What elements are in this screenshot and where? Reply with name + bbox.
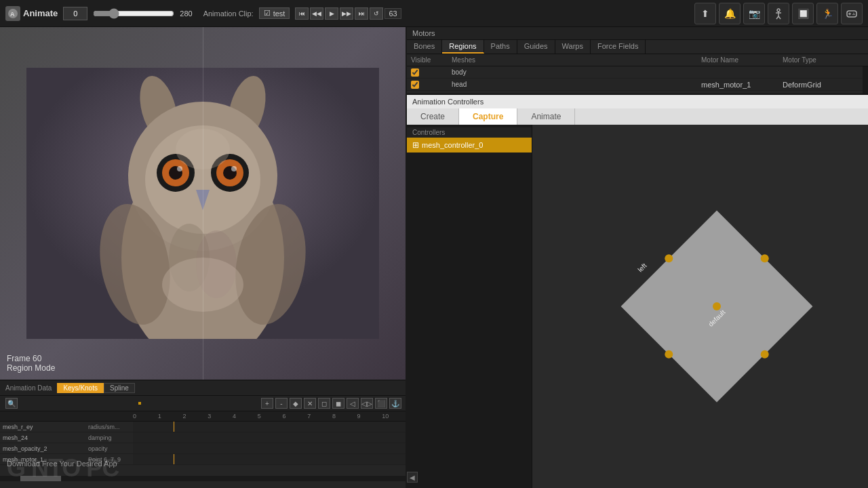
diamond-shape: left default: [621, 211, 813, 403]
frame-label: Frame 60: [7, 354, 55, 363]
watermark-sub: Download Free Your Desired App: [7, 460, 117, 468]
motor-name-1: mesh_motor_1: [701, 81, 783, 89]
animation-data-title: Animation Data: [5, 384, 52, 392]
app-title: Animate: [23, 8, 58, 18]
tl-copy-btn[interactable]: ◻: [318, 398, 330, 409]
table-row: mesh_24 damping: [0, 432, 407, 443]
visible-cb-0[interactable]: [411, 68, 419, 77]
mesh-name-head: head: [452, 80, 506, 89]
tl-cursor-btn[interactable]: ◆: [290, 398, 302, 409]
control-point-center[interactable]: default: [713, 302, 721, 310]
nav-arrow[interactable]: ◀: [407, 472, 418, 483]
tl-shift-btn[interactable]: ◁▷: [361, 398, 373, 409]
tab-spline[interactable]: Spline: [104, 383, 135, 393]
controllers-list-header: Controllers: [407, 127, 532, 138]
anim-ctrl-body: Controllers ⊞ mesh_controller_0: [407, 125, 868, 488]
svg-text:A: A: [10, 11, 15, 18]
frame-end-label: 280: [180, 9, 192, 18]
col-motor-type: Motor Type: [783, 56, 864, 64]
control-point-top[interactable]: [761, 254, 769, 262]
animation-clip-label: Animation Clip:: [203, 9, 254, 18]
forward-button[interactable]: ⏭: [355, 7, 368, 20]
tab-animate[interactable]: Animate: [517, 108, 575, 125]
tab-bones[interactable]: Bones: [407, 40, 442, 54]
tl-anchor-btn[interactable]: ⚓: [389, 398, 401, 409]
svg-point-11: [852, 14, 854, 15]
tab-paths[interactable]: Paths: [484, 40, 517, 54]
tab-warps[interactable]: Warps: [555, 40, 591, 54]
tl-num-1: 1: [158, 413, 183, 420]
skeleton-icon-button[interactable]: [768, 3, 789, 24]
controllers-list: Controllers ⊞ mesh_controller_0: [407, 125, 532, 488]
frame-start-input[interactable]: [63, 7, 87, 20]
tl-add-btn[interactable]: +: [261, 398, 273, 409]
row-track-1[interactable]: [133, 432, 407, 443]
frame-counter: 63: [384, 8, 401, 19]
row-label-2: mesh_opacity_2: [0, 445, 88, 452]
toolbar-right: ⬆ 🔔 📷 🔲 🏃: [694, 3, 863, 24]
camera-icon-button[interactable]: 📷: [743, 3, 765, 24]
frame-icon-button[interactable]: 🔲: [792, 3, 814, 24]
frame-info: Frame 60 Region Mode: [7, 354, 55, 373]
controller-item-label: mesh_controller_0: [422, 141, 484, 149]
col-motor-name: Motor Name: [701, 56, 783, 64]
upload-icon-button[interactable]: ⬆: [694, 3, 716, 24]
tab-create[interactable]: Create: [407, 108, 459, 125]
rewind-button[interactable]: ⏮: [295, 7, 309, 20]
tab-keys-knots[interactable]: Keys/Knots: [57, 383, 104, 393]
search-tl-btn[interactable]: 🔍: [5, 398, 18, 409]
scroll-handle[interactable]: [20, 476, 61, 481]
diamond-container: left default: [649, 239, 785, 374]
visible-checkboxes-1: [411, 81, 452, 89]
control-point-right[interactable]: [761, 350, 769, 359]
tab-force-fields[interactable]: Force Fields: [591, 40, 646, 54]
svg-point-10: [853, 12, 854, 14]
run-icon-button[interactable]: 🏃: [816, 3, 838, 24]
tl-frame-btn[interactable]: ⬛: [375, 398, 387, 409]
play-button[interactable]: ▶: [325, 7, 338, 20]
motors-scrollbar[interactable]: [863, 66, 868, 94]
clip-tag[interactable]: ☑ test: [259, 7, 290, 19]
motor-type-1: DeformGrid: [783, 81, 864, 89]
tl-paste-btn[interactable]: ◼: [332, 398, 344, 409]
mesh-names-0: body: [452, 68, 506, 77]
timeline-scrollbar[interactable]: [0, 476, 407, 481]
motors-row-0: body: [407, 66, 868, 79]
tab-regions[interactable]: Regions: [442, 40, 484, 54]
tl-num-3: 3: [208, 413, 233, 420]
motors-row-1: head mesh_motor_1 DeformGrid: [407, 79, 868, 91]
top-bar: A Animate 280 Animation Clip: ☑ test ⏮ ◀…: [0, 0, 868, 27]
tl-num-9: 9: [357, 413, 382, 420]
row-track-3[interactable]: [133, 454, 407, 464]
app-logo: A Animate: [5, 6, 58, 21]
timeline-slider[interactable]: [93, 8, 174, 19]
notification-icon-button[interactable]: 🔔: [719, 3, 741, 24]
tl-num-10: 10: [382, 413, 407, 420]
gamepad-icon-button[interactable]: [841, 3, 863, 24]
control-point-left[interactable]: left: [665, 254, 673, 262]
tab-guides[interactable]: Guides: [517, 40, 555, 54]
list-item[interactable]: ⊞ mesh_controller_0: [407, 138, 532, 152]
timeline-numbers: 0 1 2 3 4 5 6 7 8 9 10: [0, 411, 407, 422]
svg-point-12: [854, 14, 855, 15]
motors-header: Motors: [407, 27, 868, 40]
step-forward-button[interactable]: ▶▶: [340, 7, 353, 20]
motors-table-header: Visible Meshes Motor Name Motor Type: [407, 54, 868, 66]
control-point-bottom[interactable]: [665, 350, 673, 359]
tab-capture[interactable]: Capture: [459, 108, 517, 125]
visible-cb-1[interactable]: [411, 81, 419, 89]
tl-num-5: 5: [258, 413, 283, 420]
viewport-panel: Frame 60 Region Mode Animation Data Keys…: [0, 27, 407, 488]
row-track-2[interactable]: [133, 443, 407, 453]
tl-move-btn[interactable]: ◁: [347, 398, 359, 409]
cp-left-label: left: [637, 262, 648, 273]
tl-delete-btn[interactable]: ✕: [304, 398, 316, 409]
controllers-viewport[interactable]: left default: [532, 125, 868, 488]
loop-button[interactable]: ↺: [370, 7, 383, 20]
tl-remove-btn[interactable]: -: [275, 398, 288, 409]
bottom-panel: Animation Data Keys/Knots Spline 🔍 + - ◆…: [0, 380, 407, 488]
svg-line-6: [778, 16, 781, 19]
tl-num-0: 0: [133, 413, 158, 420]
row-track-0[interactable]: [133, 422, 407, 432]
step-back-button[interactable]: ◀◀: [310, 7, 323, 20]
